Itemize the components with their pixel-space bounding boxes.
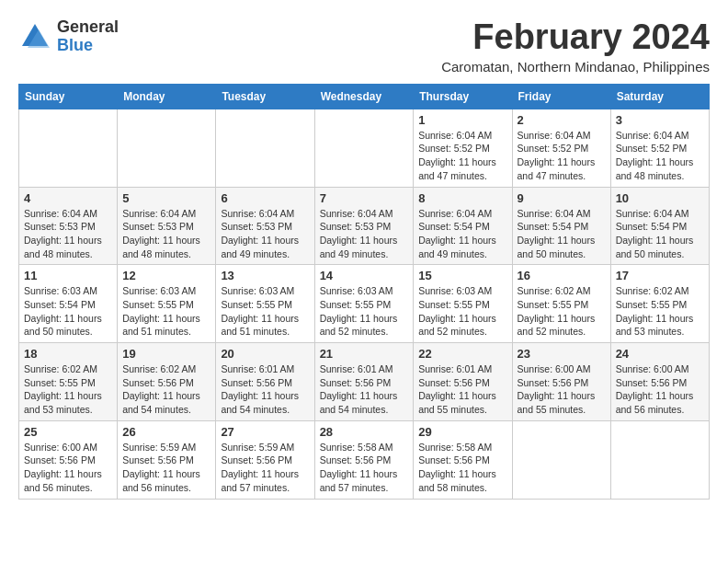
calendar-cell: 9Sunrise: 6:04 AM Sunset: 5:54 PM Daylig… — [512, 187, 610, 265]
calendar-cell: 27Sunrise: 5:59 AM Sunset: 5:56 PM Dayli… — [216, 420, 314, 499]
day-number: 14 — [320, 269, 409, 282]
calendar-cell: 2Sunrise: 6:04 AM Sunset: 5:52 PM Daylig… — [512, 109, 610, 187]
calendar-week-row: 25Sunrise: 6:00 AM Sunset: 5:56 PM Dayli… — [19, 420, 710, 499]
logo-general-text: General — [57, 18, 119, 37]
calendar-cell: 25Sunrise: 6:00 AM Sunset: 5:56 PM Dayli… — [19, 420, 118, 499]
logo-blue-text: Blue — [57, 37, 119, 55]
cell-content: Sunrise: 6:04 AM Sunset: 5:53 PM Dayligh… — [320, 207, 409, 261]
weekday-header: Friday — [512, 84, 610, 109]
cell-content: Sunrise: 6:03 AM Sunset: 5:54 PM Dayligh… — [24, 284, 112, 339]
cell-content: Sunrise: 6:04 AM Sunset: 5:53 PM Dayligh… — [24, 207, 112, 261]
calendar-cell: 16Sunrise: 6:02 AM Sunset: 5:55 PM Dayli… — [512, 265, 610, 343]
cell-content: Sunrise: 6:03 AM Sunset: 5:55 PM Dayligh… — [221, 284, 309, 339]
day-number: 19 — [122, 347, 210, 361]
cell-content: Sunrise: 5:59 AM Sunset: 5:56 PM Dayligh… — [122, 441, 210, 495]
logo-text: General Blue — [57, 18, 119, 55]
calendar-week-row: 11Sunrise: 6:03 AM Sunset: 5:54 PM Dayli… — [19, 265, 710, 343]
calendar-table: SundayMondayTuesdayWednesdayThursdayFrid… — [18, 84, 710, 500]
day-number: 25 — [24, 425, 112, 439]
cell-content: Sunrise: 6:03 AM Sunset: 5:55 PM Dayligh… — [418, 284, 506, 339]
calendar-cell: 19Sunrise: 6:02 AM Sunset: 5:56 PM Dayli… — [118, 343, 216, 421]
calendar-cell: 12Sunrise: 6:03 AM Sunset: 5:55 PM Dayli… — [118, 265, 216, 343]
logo: General Blue — [18, 18, 119, 55]
cell-content: Sunrise: 6:03 AM Sunset: 5:55 PM Dayligh… — [122, 284, 210, 339]
day-number: 13 — [221, 269, 309, 282]
day-number: 26 — [122, 425, 210, 439]
calendar-cell: 15Sunrise: 6:03 AM Sunset: 5:55 PM Dayli… — [414, 265, 512, 343]
calendar-cell: 8Sunrise: 6:04 AM Sunset: 5:54 PM Daylig… — [414, 187, 512, 265]
cell-content: Sunrise: 6:02 AM Sunset: 5:56 PM Dayligh… — [122, 362, 210, 417]
weekday-header: Sunday — [19, 84, 118, 109]
day-number: 28 — [320, 425, 409, 439]
cell-content: Sunrise: 6:02 AM Sunset: 5:55 PM Dayligh… — [24, 362, 112, 417]
calendar-cell: 6Sunrise: 6:04 AM Sunset: 5:53 PM Daylig… — [216, 187, 314, 265]
calendar-cell: 24Sunrise: 6:00 AM Sunset: 5:56 PM Dayli… — [610, 343, 709, 421]
weekday-header: Thursday — [414, 84, 512, 109]
cell-content: Sunrise: 5:58 AM Sunset: 5:56 PM Dayligh… — [320, 441, 409, 495]
cell-content: Sunrise: 6:01 AM Sunset: 5:56 PM Dayligh… — [221, 362, 309, 417]
day-number: 8 — [418, 191, 506, 205]
calendar-week-row: 1Sunrise: 6:04 AM Sunset: 5:52 PM Daylig… — [19, 109, 710, 187]
day-number: 2 — [518, 113, 606, 127]
cell-content: Sunrise: 6:04 AM Sunset: 5:54 PM Dayligh… — [418, 207, 506, 261]
cell-content: Sunrise: 6:04 AM Sunset: 5:54 PM Dayligh… — [616, 207, 704, 261]
day-number: 11 — [24, 269, 112, 282]
day-number: 12 — [122, 269, 210, 282]
cell-content: Sunrise: 6:04 AM Sunset: 5:52 PM Dayligh… — [616, 129, 704, 183]
calendar-cell: 29Sunrise: 5:58 AM Sunset: 5:56 PM Dayli… — [414, 420, 512, 499]
day-number: 5 — [122, 191, 210, 205]
calendar-cell — [19, 109, 118, 187]
day-number: 22 — [418, 347, 506, 361]
calendar-cell: 22Sunrise: 6:01 AM Sunset: 5:56 PM Dayli… — [414, 343, 512, 421]
day-number: 17 — [616, 269, 704, 282]
day-number: 21 — [320, 347, 409, 361]
day-number: 9 — [518, 191, 606, 205]
month-title: February 2024 — [441, 18, 710, 57]
weekday-header: Wednesday — [314, 84, 414, 109]
calendar-cell: 13Sunrise: 6:03 AM Sunset: 5:55 PM Dayli… — [216, 265, 314, 343]
calendar-header-row: SundayMondayTuesdayWednesdayThursdayFrid… — [19, 84, 710, 109]
cell-content: Sunrise: 6:04 AM Sunset: 5:53 PM Dayligh… — [122, 207, 210, 261]
calendar-cell — [314, 109, 414, 187]
day-number: 18 — [24, 347, 112, 361]
cell-content: Sunrise: 6:00 AM Sunset: 5:56 PM Dayligh… — [518, 362, 606, 417]
day-number: 3 — [616, 113, 704, 127]
cell-content: Sunrise: 6:03 AM Sunset: 5:55 PM Dayligh… — [320, 284, 409, 339]
weekday-header: Saturday — [610, 84, 709, 109]
calendar-cell: 26Sunrise: 5:59 AM Sunset: 5:56 PM Dayli… — [118, 420, 216, 499]
calendar-cell — [512, 420, 610, 499]
day-number: 7 — [320, 191, 409, 205]
calendar-cell — [118, 109, 216, 187]
calendar-cell: 17Sunrise: 6:02 AM Sunset: 5:55 PM Dayli… — [610, 265, 709, 343]
day-number: 29 — [418, 425, 506, 439]
cell-content: Sunrise: 6:04 AM Sunset: 5:53 PM Dayligh… — [221, 207, 309, 261]
cell-content: Sunrise: 5:59 AM Sunset: 5:56 PM Dayligh… — [221, 441, 309, 495]
day-number: 20 — [221, 347, 309, 361]
calendar-cell: 14Sunrise: 6:03 AM Sunset: 5:55 PM Dayli… — [314, 265, 414, 343]
page-header: General Blue February 2024 Caromatan, No… — [18, 18, 710, 75]
day-number: 16 — [518, 269, 606, 282]
calendar-cell: 21Sunrise: 6:01 AM Sunset: 5:56 PM Dayli… — [314, 343, 414, 421]
calendar-cell: 10Sunrise: 6:04 AM Sunset: 5:54 PM Dayli… — [610, 187, 709, 265]
cell-content: Sunrise: 5:58 AM Sunset: 5:56 PM Dayligh… — [418, 441, 506, 495]
calendar-cell: 3Sunrise: 6:04 AM Sunset: 5:52 PM Daylig… — [610, 109, 709, 187]
cell-content: Sunrise: 6:01 AM Sunset: 5:56 PM Dayligh… — [418, 362, 506, 417]
location-title: Caromatan, Northern Mindanao, Philippine… — [441, 59, 710, 75]
calendar-week-row: 4Sunrise: 6:04 AM Sunset: 5:53 PM Daylig… — [19, 187, 710, 265]
calendar-cell — [610, 420, 709, 499]
calendar-cell: 18Sunrise: 6:02 AM Sunset: 5:55 PM Dayli… — [19, 343, 118, 421]
day-number: 6 — [221, 191, 309, 205]
weekday-header: Tuesday — [216, 84, 314, 109]
day-number: 10 — [616, 191, 704, 205]
logo-icon — [18, 20, 51, 53]
cell-content: Sunrise: 6:01 AM Sunset: 5:56 PM Dayligh… — [320, 362, 409, 417]
day-number: 15 — [418, 269, 506, 282]
calendar-cell — [216, 109, 314, 187]
calendar-cell: 20Sunrise: 6:01 AM Sunset: 5:56 PM Dayli… — [216, 343, 314, 421]
calendar-cell: 5Sunrise: 6:04 AM Sunset: 5:53 PM Daylig… — [118, 187, 216, 265]
day-number: 23 — [518, 347, 606, 361]
cell-content: Sunrise: 6:04 AM Sunset: 5:52 PM Dayligh… — [418, 129, 506, 183]
cell-content: Sunrise: 6:00 AM Sunset: 5:56 PM Dayligh… — [24, 441, 112, 495]
cell-content: Sunrise: 6:04 AM Sunset: 5:54 PM Dayligh… — [518, 207, 606, 261]
day-number: 27 — [221, 425, 309, 439]
